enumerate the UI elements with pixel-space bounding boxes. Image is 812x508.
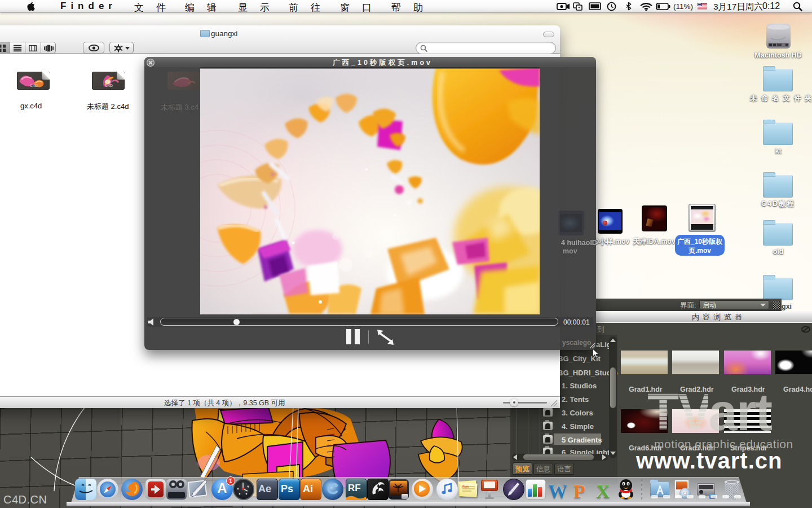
svg-text:Right: Right [462, 485, 469, 488]
